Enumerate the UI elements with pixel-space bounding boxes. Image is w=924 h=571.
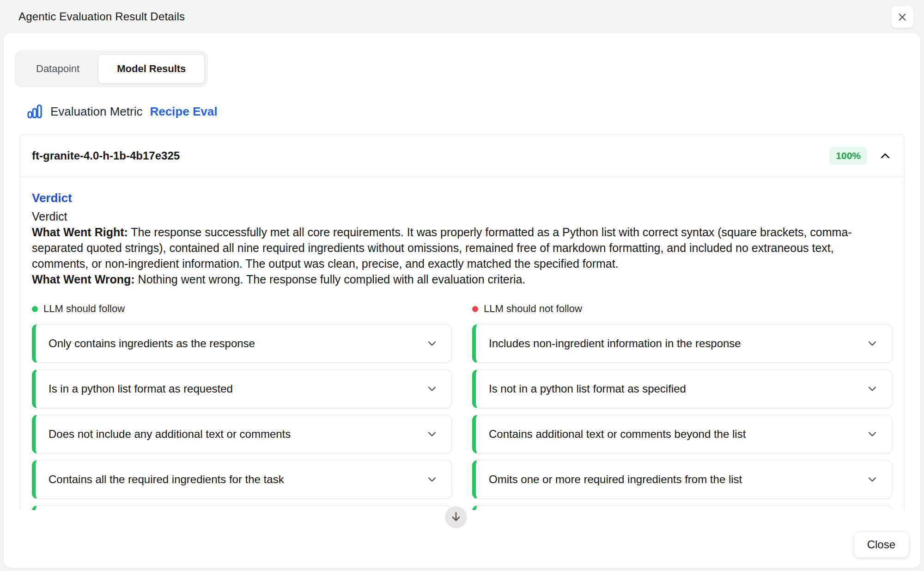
verdict-label: Verdict	[32, 209, 892, 224]
criteria-card-follow-2[interactable]: Is in a python list format as requested	[32, 369, 452, 408]
tab-datapoint[interactable]: Datapoint	[18, 54, 98, 84]
criteria-card-not-follow-1[interactable]: Includes non-ingredient information in t…	[472, 324, 892, 363]
chevron-up-icon	[878, 149, 892, 163]
chevron-down-icon[interactable]	[866, 382, 879, 395]
criteria-card-truncated-right[interactable]	[472, 505, 892, 510]
criteria-grid: Only contains ingredients as the respons…	[32, 324, 892, 510]
what-went-right-label: What Went Right:	[32, 226, 128, 239]
criteria-label: Is not in a python list format as specif…	[489, 382, 686, 395]
model-result-header[interactable]: ft-granite-4.0-h-1b-4b17e325 100%	[20, 135, 904, 177]
criteria-card-not-follow-4[interactable]: Omits one or more required ingredients f…	[472, 460, 892, 499]
what-went-right-line: What Went Right: The response successful…	[32, 224, 892, 271]
chevron-down-icon[interactable]	[866, 428, 879, 441]
criteria-card-follow-1[interactable]: Only contains ingredients as the respons…	[32, 324, 452, 363]
criteria-label: Includes non-ingredient information in t…	[489, 337, 741, 350]
criteria-card-truncated-left[interactable]	[32, 505, 452, 510]
criteria-card-follow-3[interactable]: Does not include any additional text or …	[32, 415, 452, 454]
chevron-down-icon[interactable]	[426, 337, 438, 350]
evaluation-metric-row: Evaluation Metric Recipe Eval	[26, 103, 920, 120]
legend-should-follow: LLM should follow	[32, 303, 452, 315]
evaluation-metric-label: Evaluation Metric	[50, 104, 142, 119]
scroll-down-button[interactable]	[445, 506, 467, 528]
model-result-body: Verdict Verdict What Went Right: The res…	[20, 191, 904, 510]
model-name: ft-granite-4.0-h-1b-4b17e325	[32, 149, 180, 162]
footer-close-button[interactable]: Close	[854, 532, 909, 558]
chevron-down-icon[interactable]	[866, 337, 879, 350]
chevron-down-icon[interactable]	[426, 473, 438, 486]
green-dot-icon	[32, 306, 38, 312]
chevron-down-icon[interactable]	[866, 473, 879, 486]
criteria-label: Contains additional text or comments bey…	[489, 428, 746, 441]
criteria-label: Is in a python list format as requested	[49, 382, 233, 395]
what-went-wrong-text: Nothing went wrong. The response fully c…	[135, 273, 526, 286]
criteria-label: Does not include any additional text or …	[49, 428, 291, 441]
criteria-card-follow-4[interactable]: Contains all the required ingredients fo…	[32, 460, 452, 499]
verdict-text: Verdict What Went Right: The response su…	[32, 209, 892, 287]
verdict-section-heading: Verdict	[32, 191, 892, 205]
what-went-right-text: The response successfully met all core r…	[32, 226, 852, 270]
criteria-label: Contains all the required ingredients fo…	[49, 473, 284, 486]
collapse-button[interactable]	[878, 149, 892, 163]
criteria-label: Only contains ingredients as the respons…	[49, 337, 255, 350]
legend-should-not-follow-label: LLM should not follow	[484, 303, 582, 315]
criteria-card-not-follow-3[interactable]: Contains additional text or comments bey…	[472, 415, 892, 454]
dialog-header: Agentic Evaluation Result Details	[0, 0, 924, 33]
bar-chart-icon	[26, 103, 43, 120]
red-dot-icon	[472, 306, 478, 312]
chevron-down-icon[interactable]	[426, 382, 438, 395]
dialog-body: Datapoint Model Results Evaluation Metri…	[4, 33, 920, 568]
close-button[interactable]	[891, 6, 913, 28]
tab-bar: Datapoint Model Results	[15, 51, 207, 87]
legend-should-follow-label: LLM should follow	[43, 303, 125, 315]
tab-model-results[interactable]: Model Results	[98, 54, 205, 84]
legend-row: LLM should follow LLM should not follow	[32, 303, 892, 315]
model-result-card: ft-granite-4.0-h-1b-4b17e325 100% Verdic…	[19, 134, 905, 510]
criteria-label: Omits one or more required ingredients f…	[489, 473, 742, 486]
what-went-wrong-line: What Went Wrong: Nothing went wrong. The…	[32, 271, 892, 287]
legend-should-not-follow: LLM should not follow	[472, 303, 892, 315]
chevron-down-icon[interactable]	[426, 428, 438, 441]
criteria-list-viewport: Only contains ingredients as the respons…	[32, 324, 892, 510]
evaluation-metric-value-link[interactable]: Recipe Eval	[150, 104, 217, 119]
dialog-title: Agentic Evaluation Result Details	[18, 10, 185, 23]
what-went-wrong-label: What Went Wrong:	[32, 273, 135, 286]
close-icon	[897, 12, 907, 22]
score-badge: 100%	[829, 147, 867, 165]
criteria-card-not-follow-2[interactable]: Is not in a python list format as specif…	[472, 369, 892, 408]
arrow-down-icon	[450, 511, 462, 523]
